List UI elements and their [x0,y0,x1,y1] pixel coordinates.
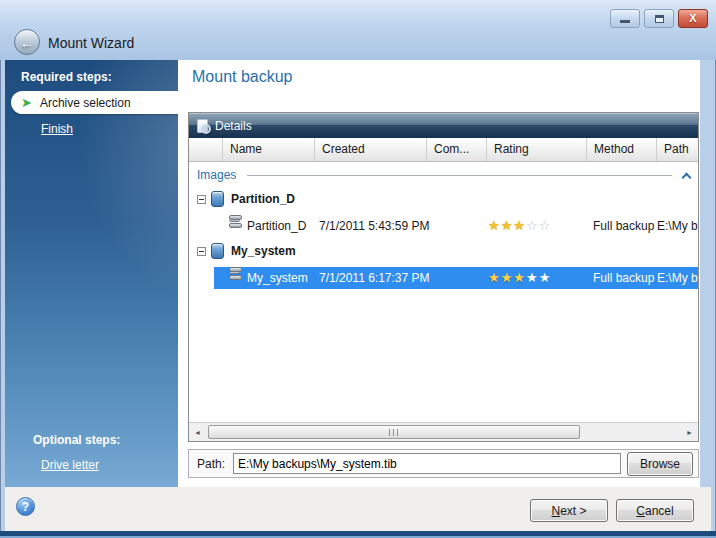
path-input[interactable] [233,453,621,474]
close-icon: X [689,13,696,24]
details-label: Details [215,119,252,133]
minimize-icon [620,20,630,23]
sidebar-item-finish[interactable]: Finish [41,122,73,136]
minimize-button[interactable] [610,9,640,28]
browse-button[interactable]: Browse [627,452,693,476]
required-steps-header: Required steps: [21,70,112,84]
sidebar-item-drive-letter[interactable]: Drive letter [41,458,99,472]
details-icon [197,119,208,133]
column-created[interactable]: Created [315,138,427,161]
group-name: My_system [231,244,296,258]
scrollbar-grip-icon [389,429,400,436]
main-panel: Mount backup Details Name Created Com...… [178,60,700,487]
column-rating[interactable]: Rating [487,138,587,161]
details-toolbar-button[interactable]: Details [189,113,698,138]
backup-archive-icon [211,191,224,207]
rating-stars[interactable]: ★★★★★ [488,267,551,289]
mount-wizard-window: ← Mount Wizard X Required steps: ➤ Archi… [0,0,716,538]
table-body: Images Partition_D Partition_D 7/1/2011 … [189,162,698,422]
path-label: Path: [197,457,225,471]
rating-stars[interactable]: ★★★☆☆ [488,215,551,237]
column-method[interactable]: Method [587,138,657,161]
collapse-chevron-icon[interactable] [682,172,692,182]
footer-bar: ? Next > Cancel [5,487,711,531]
back-arrow-icon: ← [20,34,35,51]
column-comments[interactable]: Com... [427,138,487,161]
help-icon[interactable]: ? [16,497,35,516]
close-button[interactable]: X [678,9,708,28]
titlebar: ← Mount Wizard X [0,0,716,60]
window-bottom-edge [0,531,716,538]
backup-name: Partition_D [247,215,306,237]
backup-name: My_system [247,267,308,289]
active-step-label: Archive selection [40,96,131,110]
table-row-partition-d[interactable]: Partition_D 7/1/2011 5:43:59 PM ★★★☆☆ Fu… [189,215,698,237]
group-row-partition-d[interactable]: Partition_D [189,187,698,211]
scroll-left-arrow-icon[interactable]: ◄ [189,423,206,441]
images-group-label: Images [197,168,236,182]
horizontal-scrollbar[interactable]: ◄ ► [189,422,698,441]
backup-created: 7/1/2011 6:17:37 PM [319,267,430,289]
backup-list-panel: Details Name Created Com... Rating Metho… [188,112,699,442]
scrollbar-thumb[interactable] [208,425,580,439]
backup-method: Full backup [593,215,654,237]
cancel-button[interactable]: Cancel [616,499,694,522]
table-row-my-system-selected[interactable]: My_system 7/1/2011 6:17:37 PM ★★★★★ Full… [189,267,698,289]
table-header: Name Created Com... Rating Method Path [189,138,698,162]
sidebar-item-archive-selection[interactable]: ➤ Archive selection [11,91,178,114]
backup-method: Full backup [593,267,654,289]
scroll-right-arrow-icon[interactable]: ► [681,423,698,441]
backup-path: E:\My b [657,267,698,289]
window-title: Mount Wizard [48,35,134,51]
path-bar: Path: Browse [188,449,699,478]
backup-created: 7/1/2011 5:43:59 PM [319,215,430,237]
group-name: Partition_D [231,192,295,206]
wizard-steps-sidebar: Required steps: ➤ Archive selection Fini… [5,60,178,487]
window-controls: X [610,9,708,28]
page-title: Mount backup [192,68,293,86]
collapse-toggle-icon[interactable] [197,195,206,204]
backup-archive-icon [211,243,224,259]
backup-path: E:\My b [657,215,698,237]
collapse-toggle-icon[interactable] [197,247,206,256]
group-divider [247,175,672,176]
back-button[interactable]: ← [14,29,40,55]
group-row-my-system[interactable]: My_system [189,239,698,263]
column-name[interactable]: Name [223,138,315,161]
current-step-arrow-icon: ➤ [21,96,32,109]
column-icon[interactable] [189,138,223,161]
maximize-icon [655,15,664,23]
optional-steps-header: Optional steps: [33,433,120,447]
column-path[interactable]: Path [657,138,698,161]
next-button[interactable]: Next > [530,499,608,522]
maximize-button[interactable] [644,9,674,28]
images-group-header: Images [189,165,698,185]
